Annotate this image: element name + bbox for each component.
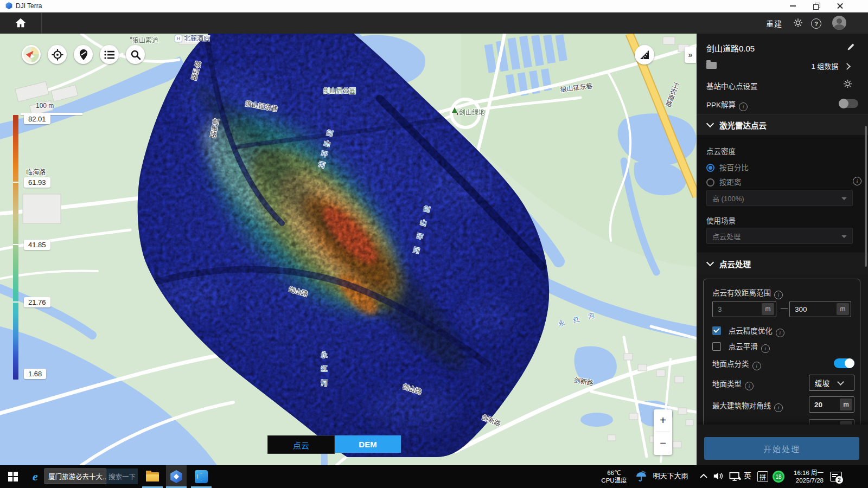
file-explorer-button[interactable] xyxy=(142,465,163,488)
zoom-out-button[interactable]: − xyxy=(654,432,672,454)
volume-icon[interactable] xyxy=(713,471,724,481)
info-icon[interactable]: i xyxy=(761,344,770,353)
checkbox-checked-icon xyxy=(712,326,721,335)
info-icon[interactable]: i xyxy=(774,403,783,412)
map-label-river: 永红河 xyxy=(319,351,328,394)
legend-value: 1.68 xyxy=(24,369,46,379)
screen: 狼山索道 H北麓酒店 城山路 剑山路 狼山钲东巷 剑山后公园 剑山绿地 狼山钲东… xyxy=(0,0,868,488)
network-display-icon[interactable] xyxy=(729,472,741,481)
marker-button[interactable] xyxy=(74,45,93,64)
ground-type-select[interactable]: 缓坡 xyxy=(809,375,854,391)
range-min-input[interactable]: 3 m xyxy=(712,301,776,317)
map-svg xyxy=(0,34,697,465)
gear-icon[interactable] xyxy=(843,79,852,88)
rebuild-button[interactable]: 重建 xyxy=(766,18,782,29)
info-icon[interactable]: i xyxy=(752,362,761,370)
taskbar-search-input[interactable]: 厦门旅游必去十大... xyxy=(44,468,106,484)
view-toggle: 点云 DEM xyxy=(267,435,401,454)
info-icon[interactable]: i xyxy=(853,177,861,185)
range-max-input[interactable]: 300 m xyxy=(789,301,851,317)
edit-pencil-icon[interactable] xyxy=(846,42,856,52)
app-toolbar: 重建 ? xyxy=(0,12,868,34)
density-value-select[interactable]: 高 (100%) xyxy=(706,190,853,206)
scene-select[interactable]: 点云处理 xyxy=(706,228,853,244)
search-button[interactable] xyxy=(126,45,145,64)
weather-text[interactable]: 明天下大雨 xyxy=(650,472,691,480)
taskbar-search-hint[interactable]: 搜索一下 xyxy=(106,468,138,484)
locate-button[interactable] xyxy=(48,45,67,64)
pointcloud-processing-header[interactable]: 点云处理 xyxy=(697,253,868,274)
ground-classify-toggle[interactable] xyxy=(834,358,854,368)
layers-list-button[interactable] xyxy=(100,45,119,64)
map-label-cableway: 狼山索道 xyxy=(132,35,158,44)
info-icon[interactable]: i xyxy=(745,382,754,390)
panel-scrollbar[interactable] xyxy=(865,126,867,267)
zoom-in-button[interactable]: + xyxy=(654,409,672,432)
map-canvas[interactable] xyxy=(0,34,697,465)
app-taskbar-button[interactable] xyxy=(191,465,212,488)
unit-m: m xyxy=(837,303,849,315)
notification-count-badge: 2 xyxy=(835,476,843,484)
search-icon xyxy=(130,49,141,60)
radio-by-distance[interactable]: 按距离 xyxy=(706,176,858,187)
start-button[interactable] xyxy=(0,465,26,488)
ie-browser-button[interactable]: e xyxy=(26,465,44,488)
legend-value: 21.76 xyxy=(24,297,50,307)
hotel-icon: H xyxy=(175,35,182,42)
ie-icon: e xyxy=(33,470,38,484)
restore-button[interactable] xyxy=(813,2,820,10)
info-icon[interactable]: i xyxy=(739,102,748,111)
pin-icon xyxy=(78,49,89,61)
pointcloud-toggle-button[interactable]: 点云 xyxy=(267,435,335,454)
smooth-checkbox[interactable]: 点云平滑i xyxy=(712,341,770,353)
legend-tick xyxy=(13,301,18,303)
unit-m: m xyxy=(762,303,774,315)
tray-expand-chevron-icon[interactable] xyxy=(700,473,707,479)
home-button[interactable] xyxy=(0,12,41,34)
measure-ruler-icon xyxy=(639,49,650,60)
toggle-knob xyxy=(839,99,848,108)
info-icon[interactable]: i xyxy=(776,329,784,337)
map-label-park: 剑山后公园 xyxy=(323,86,356,95)
compass-button[interactable] xyxy=(22,45,41,64)
max-building-diagonal-input[interactable]: 20 m xyxy=(809,396,854,413)
dji-terra-icon xyxy=(170,470,183,483)
divider xyxy=(41,12,42,34)
accuracy-optimize-checkbox[interactable]: 点云精度优化i xyxy=(712,325,784,337)
legend-value: 41.85 xyxy=(24,240,50,250)
legend-value: 61.93 xyxy=(24,177,50,188)
cpu-temperature[interactable]: 66℃CPU温度 xyxy=(595,469,634,484)
panel-bottom-bar: 开始处理 xyxy=(697,425,868,465)
panel-collapse-tab[interactable]: » xyxy=(685,47,696,63)
elevation-legend-bar xyxy=(13,115,18,380)
range-separator: — xyxy=(781,304,788,312)
toggle-knob xyxy=(845,358,854,368)
radio-by-percentage[interactable]: 按百分比 xyxy=(706,162,858,172)
ppk-toggle[interactable] xyxy=(839,99,858,108)
weather-umbrella-icon[interactable] xyxy=(635,470,648,483)
clock[interactable]: 16:16 周一2025/7/28 xyxy=(788,469,824,484)
locate-icon xyxy=(52,49,63,61)
language-indicator[interactable]: 英 xyxy=(741,472,754,479)
start-processing-button[interactable]: 开始处理 xyxy=(704,437,859,460)
data-group-link[interactable]: 1 组数据 xyxy=(812,61,850,71)
legend-tick xyxy=(13,182,18,183)
avatar-person-icon xyxy=(837,18,842,24)
help-icon[interactable]: ? xyxy=(811,18,821,29)
window-title: DJI Terra xyxy=(16,2,42,10)
dji-terra-taskbar-button[interactable] xyxy=(166,465,187,488)
close-button[interactable] xyxy=(837,2,844,10)
ime-pinyin-indicator[interactable]: 拼 xyxy=(757,471,768,482)
folder-icon[interactable] xyxy=(706,62,717,69)
ppk-label: PPK解算i xyxy=(706,99,858,111)
settings-gear-icon[interactable] xyxy=(793,18,803,28)
lidar-section-header[interactable]: 激光雷达点云 xyxy=(697,114,868,135)
tray-green-badge[interactable]: 18 xyxy=(773,471,784,483)
range-label: 点云有效距离范围i xyxy=(712,287,783,299)
info-icon[interactable]: i xyxy=(774,291,783,299)
measure-button[interactable] xyxy=(635,45,654,65)
minimize-button[interactable] xyxy=(789,2,796,10)
user-avatar[interactable] xyxy=(832,16,846,30)
compass-icon xyxy=(23,47,39,62)
dem-toggle-button[interactable]: DEM xyxy=(335,435,401,453)
